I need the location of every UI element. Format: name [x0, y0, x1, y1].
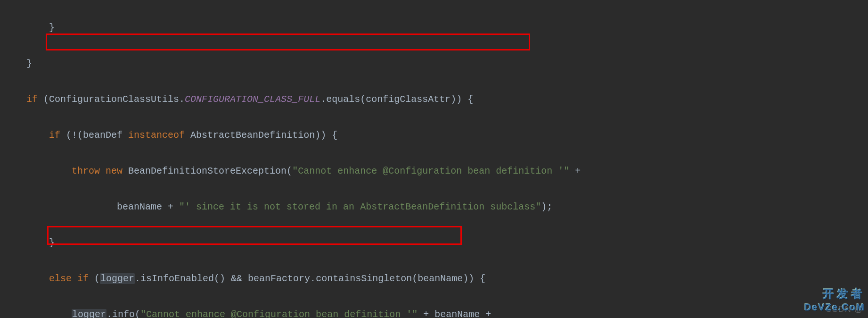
- string-literal: "' since it is not stored in an Abstract…: [179, 201, 541, 212]
- brace-close: }: [4, 237, 55, 248]
- indent: [4, 130, 49, 141]
- logger-ref: logger: [100, 273, 135, 284]
- code-line: beanName + "' since it is not stored in …: [4, 198, 868, 216]
- indent: [4, 166, 72, 176]
- if-keyword: if: [49, 130, 60, 141]
- code-line: if (ConfigurationClassUtils.CONFIGURATIO…: [4, 91, 868, 109]
- code-text: +: [569, 166, 581, 176]
- indent: [4, 94, 26, 105]
- code-text: );: [541, 201, 552, 212]
- string-literal: "Cannot enhance @Configuration bean defi…: [292, 166, 569, 176]
- throw-keyword: throw new: [72, 166, 123, 176]
- brace-close: }: [4, 22, 55, 33]
- instanceof-keyword: instanceof: [128, 130, 185, 141]
- code-text: .isInfoEnabled() && beanFactory.contains…: [135, 273, 485, 284]
- code-line: if (!(beanDef instanceof AbstractBeanDef…: [4, 126, 868, 144]
- code-text: .info(: [106, 309, 140, 318]
- constant-ref: CONFIGURATION_CLASS_FULL: [185, 94, 320, 105]
- code-line: }: [4, 19, 868, 37]
- code-line: }: [4, 55, 868, 73]
- else-if-keyword: else if: [49, 273, 89, 284]
- code-text: AbstractBeanDefinition)) {: [185, 130, 337, 141]
- code-line: throw new BeanDefinitionStoreException("…: [4, 162, 868, 180]
- indent: [4, 309, 72, 318]
- code-text: (ConfigurationClassUtils.: [38, 94, 185, 105]
- brace-close: }: [4, 58, 32, 69]
- code-line: else if (logger.isInfoEnabled() && beanF…: [4, 270, 868, 288]
- code-text: BeanDefinitionStoreException(: [123, 166, 292, 176]
- code-text: .equals(configClassAttr)) {: [320, 94, 473, 105]
- code-line: logger.info("Cannot enhance @Configurati…: [4, 306, 868, 318]
- code-text: (!(beanDef: [60, 130, 128, 141]
- code-text: (: [89, 273, 100, 284]
- string-literal: "Cannot enhance @Configuration bean defi…: [140, 309, 418, 318]
- code-line: }: [4, 234, 868, 252]
- logger-ref: logger: [72, 309, 106, 318]
- devze-watermark: DeVZe.CoM: [804, 298, 865, 316]
- code-text: + beanName +: [418, 309, 491, 318]
- if-keyword: if: [26, 94, 38, 105]
- indent: [4, 273, 49, 284]
- code-text: beanName +: [4, 201, 179, 212]
- code-editor[interactable]: } } if (ConfigurationClassUtils.CONFIGUR…: [0, 1, 868, 318]
